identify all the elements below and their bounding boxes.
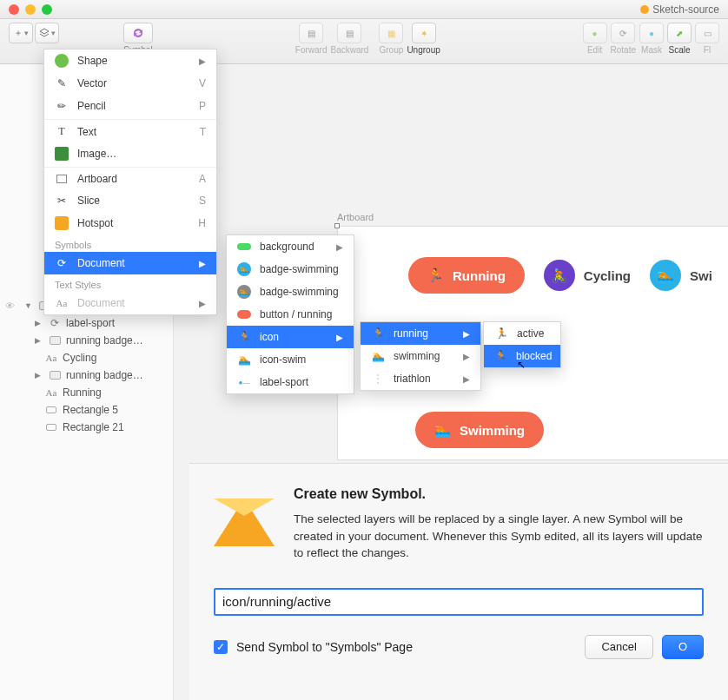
menu-item-shape[interactable]: Shape ▶ [44,50,216,72]
ungroup-tool: ✶ Ungroup [407,23,440,55]
backward-label: Backward [330,45,368,55]
menu-item-slice[interactable]: ✂ Slice S [44,189,216,212]
menu-item-image[interactable]: Image… [44,142,216,165]
menu-item-text[interactable]: T Text T [44,119,216,142]
dialog-title: Create new Symbol. [294,486,704,502]
menu-item-vector[interactable]: ✎ Vector V [44,72,216,95]
swimming-label: Swimming [460,423,525,438]
selection-handle[interactable] [334,223,340,228]
titlebar: Sketch-source [0,0,728,19]
running-icon: 🏃 [371,327,385,340]
running-badge[interactable]: 🏃 Running [408,257,525,294]
scale-button[interactable]: ⬈ [667,23,692,43]
menu-label: Document [77,257,125,269]
document-title: Sketch-source [640,3,719,16]
ok-button[interactable]: O [662,635,704,659]
swimming-icon: 🏊 [237,353,251,366]
insert-button[interactable]: ＋ [9,23,33,43]
layer-row-rect-21[interactable]: Rectangle 21 [0,419,173,436]
zoom-window-icon[interactable] [42,4,52,15]
mask-button[interactable]: ● [639,23,664,43]
swimming-badge-top[interactable]: 🏊 Swi [650,260,712,291]
submenu-item-icon-swim[interactable]: 🏊 icon-swim [227,348,354,371]
flatten-button[interactable]: ▭ [695,23,719,43]
text-icon: T [55,125,69,138]
forward-button[interactable]: ▤ [299,23,323,43]
group-tool: ▦ Group [379,23,403,55]
submenu-item-active[interactable]: 🏃 active [484,322,560,345]
minimize-window-icon[interactable] [25,4,36,15]
send-to-symbols-checkbox[interactable]: ✓ [214,640,228,654]
submenu-item-triathlon[interactable]: ⋮ triathlon ▶ [361,367,480,390]
shortcut: A [199,173,206,185]
chevron-right-icon: ▶ [199,56,206,66]
chevron-right-icon: ▶ [463,352,470,361]
edit-icon: ● [592,29,598,38]
mask-label: Mask [641,45,662,55]
folder-icon [50,336,61,345]
scale-tool: ⬈ Scale [667,23,692,55]
menu-item-document-symbols[interactable]: ⟳ Document ▶ [44,252,216,274]
submenu-item-running[interactable]: 🏃 running ▶ [361,322,480,345]
layer-row-label-sport[interactable]: ▶⟳ label-sport [0,314,173,332]
menu-label: Hotspot [77,217,113,229]
chevron-right-icon: ▶ [199,259,206,268]
create-symbol-button[interactable] [123,23,153,43]
submenu-item-badge-swimming-2[interactable]: 🏊 badge-swimming [227,281,354,303]
layer-row-running-badge-3[interactable]: ▶ running badge… [0,367,173,384]
layer-row-cycling[interactable]: Aa Cycling [0,349,173,367]
rotate-button[interactable]: ⟳ [611,23,635,43]
close-window-icon[interactable] [9,4,19,15]
shortcut: P [199,100,206,112]
menu-item-pencil[interactable]: ✏ Pencil P [44,95,216,117]
menu-label: badge-swimming [260,263,339,275]
menu-item-artboard[interactable]: Artboard A [44,167,216,189]
cancel-button[interactable]: Cancel [585,635,652,659]
shortcut: T [200,126,206,138]
create-symbol-dialog: Create new Symbol. The selected layers w… [189,463,728,700]
cycling-icon: 🚴 [544,260,575,291]
edit-button[interactable]: ● [583,23,607,43]
artboard-label[interactable]: Artboard [337,212,374,222]
artboard-icon [56,175,67,183]
layer-label: Rectangle 21 [63,421,124,433]
backward-button[interactable]: ▤ [337,23,361,43]
submenu-item-blocked[interactable]: 🏃 blocked ↖ [484,345,560,367]
swimming-label-top: Swi [690,268,712,283]
layer-row-running-badge-2[interactable]: ▶ running badge… [0,332,173,349]
text-icon: Aa [45,386,57,399]
group-button[interactable]: ▦ [379,23,403,43]
layer-label: label-sport [66,317,115,329]
symbol-name-input[interactable] [214,588,704,616]
menu-label: running [394,327,428,340]
symbol-refresh-icon [131,27,145,39]
visibility-icon[interactable]: 👁 [5,300,15,311]
menu-label: badge-swimming [260,286,339,298]
menu-item-hotspot[interactable]: Hotspot H [44,212,216,234]
chevron-right-icon: ▶ [336,242,343,252]
layers-icon [39,28,50,38]
swimming-badge[interactable]: 🏊 Swimming [415,412,544,448]
badge-row: 🏃 Running 🚴 Cycling 🏊 Swi [408,257,712,294]
mask-tool: ● Mask [639,23,664,55]
menu-item-document-textstyles[interactable]: Aa Document ▶ [44,292,216,314]
menu-header-symbols: Symbols [44,234,216,252]
ungroup-label: Ungroup [407,45,440,55]
swimming-icon: 🏊 [371,350,385,362]
submenu-item-background[interactable]: background ▶ [227,235,354,258]
ungroup-button[interactable]: ✶ [412,23,436,43]
layers-button[interactable] [35,23,59,43]
layer-row-rect-5[interactable]: Rectangle 5 [0,401,173,419]
submenu-item-swimming[interactable]: 🏊 swimming ▶ [361,345,480,367]
submenu-item-button-running[interactable]: button / running [227,303,354,326]
submenu-item-label-sport[interactable]: ●— label-sport [227,371,354,393]
cycling-badge[interactable]: 🚴 Cycling [544,260,631,291]
submenu-item-badge-swimming-1[interactable]: 🏊 badge-swimming [227,258,354,281]
dialog-body: The selected layers will be replaced by … [294,511,704,562]
triathlon-icon: ⋮ [371,373,385,385]
submenu-item-icon[interactable]: 🏃 icon ▶ [227,326,354,348]
text-icon: Aa [45,352,57,364]
backward-tool: ▤ Backward [330,23,368,55]
menu-label: Document [77,297,125,309]
layer-row-running[interactable]: Aa Running [0,384,173,401]
